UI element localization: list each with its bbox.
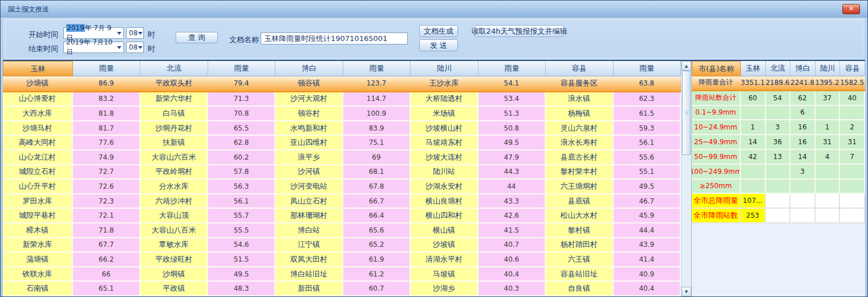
rain-value-cell[interactable]: 123.7 [343,76,411,91]
summary-value-cell[interactable]: 54 [766,91,791,106]
summary-value-cell[interactable]: 3 [790,165,816,180]
summary-value-cell[interactable]: 253 [741,209,766,223]
station-name-cell[interactable]: 水鸣新和村 [275,121,343,136]
rain-value-cell[interactable]: 81.8 [73,107,140,121]
summary-label-cell[interactable]: 50~99.9mm [692,150,741,165]
station-name-cell[interactable]: 松山大水村 [546,209,613,223]
query-button[interactable]: 查 询 [176,32,218,43]
generate-doc-button[interactable]: 文档生成 [419,25,458,37]
station-name-cell[interactable]: 马坡靖东村 [411,136,478,150]
rain-value-cell[interactable]: 81.7 [73,121,140,136]
rain-value-cell[interactable]: 61.2 [343,267,411,282]
rain-value-cell[interactable]: 40.9 [614,267,681,282]
station-name-cell[interactable]: 博白站 [275,223,343,238]
rain-value-cell[interactable]: 79.4 [208,76,275,91]
summary-value-cell[interactable]: 7 [840,150,865,165]
column-header[interactable]: 雨量 [73,61,140,76]
summary-value-cell[interactable]: 16 [790,120,816,135]
station-name-cell[interactable]: 清湖永平村 [411,253,478,267]
summary-row[interactable]: 全市总降雨量107... [692,194,865,209]
summary-value-cell[interactable] [741,165,766,180]
column-header[interactable]: 北流 [140,61,208,76]
column-header[interactable]: 博白 [275,61,343,76]
summary-value-cell[interactable]: 16 [790,135,816,150]
rain-value-cell[interactable]: 72.6 [73,180,140,194]
station-name-cell[interactable]: 蒲塘镇 [3,253,73,267]
rain-value-cell[interactable]: 65.6 [343,223,411,238]
summary-value-cell[interactable]: 31 [816,135,841,150]
station-name-cell[interactable]: 容县服务区 [546,76,613,91]
summary-value-cell[interactable] [766,194,791,209]
rain-value-cell[interactable]: 60.7 [343,282,411,296]
close-button[interactable]: ✕ [842,4,860,14]
table-row[interactable]: 山心龙江村74.9大容山六百米60.2浪平乡69沙坡大连村47.9县底古长村55… [3,150,681,165]
station-name-cell[interactable]: 顿谷村 [275,107,343,121]
table-row[interactable]: 山心升平村72.6分水水库56.3沙河变电站67.8沙湖永安村44六王塘垌村49… [3,180,681,194]
station-name-cell[interactable]: 沙河镇 [275,165,343,180]
table-row[interactable]: 石南镇65.1平政镇48.3新田镇60.7沙湖乡40.3自良镇40.4 [3,282,681,296]
station-name-cell[interactable]: 沙湖永安村 [411,180,478,194]
column-header[interactable]: 雨量 [478,61,546,76]
rain-value-cell[interactable]: 71.8 [73,223,140,238]
station-name-cell[interactable]: 高峰大同村 [3,136,73,150]
summary-label-cell[interactable]: 10~24.9mm [692,120,741,135]
rain-value-cell[interactable]: 66.2 [73,253,140,267]
summary-header-cell[interactable]: 陆川 [816,61,841,76]
rain-value-cell[interactable]: 41.5 [478,223,546,238]
summary-row[interactable]: 0.1~9.9mm6 [692,106,865,121]
summary-label-cell[interactable]: 0.1~9.9mm [692,106,741,121]
end-hour-select[interactable]: 08 [126,42,144,53]
rain-value-cell[interactable]: 55.7 [208,209,275,223]
summary-value-cell[interactable]: 60 [741,91,766,106]
rain-value-cell[interactable]: 40.7 [478,238,546,253]
station-name-cell[interactable]: 沙塘镇 [3,76,73,91]
rain-value-cell[interactable]: 49.5 [478,136,546,150]
station-name-cell[interactable]: 顿谷镇 [275,76,343,91]
summary-label-cell[interactable]: 25~49.9mm [692,135,741,150]
station-name-cell[interactable]: 米场镇 [411,107,478,121]
station-name-cell[interactable]: 王沙水库 [411,76,478,91]
station-name-cell[interactable]: 平政镇 [140,282,208,296]
send-button[interactable]: 发 送 [419,39,458,51]
rain-value-cell[interactable]: 83.2 [73,92,140,107]
summary-value-cell[interactable]: 13 [766,150,791,165]
vertical-scrollbar[interactable]: ▲ ▼ [681,61,691,296]
station-name-cell[interactable]: 黎村荣丰村 [546,165,613,180]
summary-value-cell[interactable] [816,165,841,180]
station-name-cell[interactable]: 双凤大田村 [275,253,343,267]
rain-value-cell[interactable]: 56.1 [614,136,681,150]
rain-value-cell[interactable]: 53.4 [478,92,546,107]
summary-value-cell[interactable]: 40 [840,91,865,106]
station-name-cell[interactable]: 沙河变电站 [275,180,343,194]
rain-value-cell[interactable]: 72.3 [73,194,140,209]
station-name-cell[interactable]: 马坡镇 [411,267,478,282]
summary-header-cell[interactable]: 北流 [766,61,791,76]
summary-value-cell[interactable]: 62 [790,91,816,106]
rain-value-cell[interactable]: 86.9 [73,76,140,91]
station-name-cell[interactable]: 山心升平村 [3,180,73,194]
rain-value-cell[interactable]: 44 [478,180,546,194]
rain-value-cell[interactable]: 40.3 [478,282,546,296]
summary-value-cell[interactable]: 37 [816,91,841,106]
start-hour-dropdown[interactable] [137,28,143,38]
station-name-cell[interactable]: 自良镇 [546,282,613,296]
table-row[interactable]: 大西水库81.8白马镇70.8顿谷村100.9米场镇51.3杨梅镇61.5 [3,107,681,121]
rain-value-cell[interactable]: 62.8 [208,136,275,150]
summary-row[interactable]: 全市降雨站数253 [692,209,865,223]
rain-value-cell[interactable]: 42.6 [478,209,546,223]
summary-value-cell[interactable] [840,165,865,180]
rain-value-cell[interactable]: 77.6 [73,136,140,150]
column-header[interactable]: 雨量 [343,61,411,76]
summary-value-cell[interactable] [741,180,766,194]
summary-value-cell[interactable] [741,106,766,121]
station-name-cell[interactable]: 杨梅镇 [546,107,613,121]
rain-value-cell[interactable]: 49.5 [614,180,681,194]
start-hour-select[interactable]: 08 [126,27,144,39]
doc-name-input[interactable]: 玉林降雨量时段统计190710165001 [261,32,408,44]
read-forecast-button[interactable]: 读取24h天气预报报文并编辑 [474,25,564,37]
station-name-cell[interactable]: 沙河大观村 [275,92,343,107]
summary-value-cell[interactable]: 2241.8 [790,76,816,90]
rain-value-cell[interactable]: 69 [343,150,411,165]
rain-value-cell[interactable]: 47.9 [478,150,546,165]
rain-value-cell[interactable]: 65.5 [208,121,275,136]
